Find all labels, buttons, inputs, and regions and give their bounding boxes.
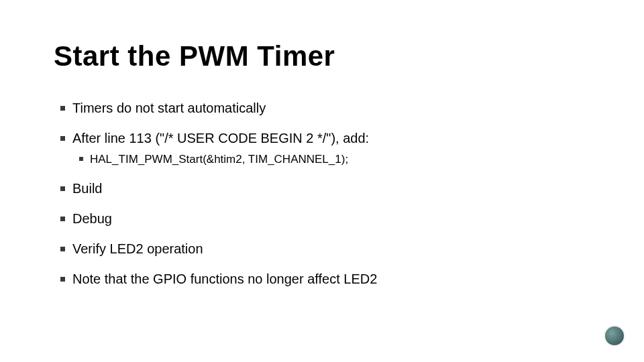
list-item: Verify LED2 operation: [54, 240, 590, 258]
bullet-text: Build: [72, 181, 102, 196]
bullet-list: Timers do not start automatically After …: [54, 99, 590, 288]
bullet-text: Debug: [72, 211, 112, 226]
list-item: Note that the GPIO functions no longer a…: [54, 270, 590, 288]
bullet-text: Note that the GPIO functions no longer a…: [72, 272, 377, 286]
sub-bullet-list: HAL_TIM_PWM_Start(&htim2, TIM_CHANNEL_1)…: [72, 152, 590, 168]
slide-title: Start the PWM Timer: [54, 40, 590, 72]
list-item: Build: [54, 180, 590, 198]
list-item: Timers do not start automatically: [54, 99, 590, 117]
bullet-text: Verify LED2 operation: [72, 241, 203, 256]
slide: Start the PWM Timer Timers do not start …: [0, 0, 644, 362]
list-item: After line 113 ("/* USER CODE BEGIN 2 */…: [54, 129, 590, 168]
list-item: HAL_TIM_PWM_Start(&htim2, TIM_CHANNEL_1)…: [72, 152, 590, 168]
bullet-text: HAL_TIM_PWM_Start(&htim2, TIM_CHANNEL_1)…: [90, 153, 348, 166]
list-item: Debug: [54, 210, 590, 228]
slide-badge-icon: [605, 326, 624, 345]
bullet-text: Timers do not start automatically: [72, 101, 266, 115]
bullet-text: After line 113 ("/* USER CODE BEGIN 2 */…: [72, 131, 369, 145]
